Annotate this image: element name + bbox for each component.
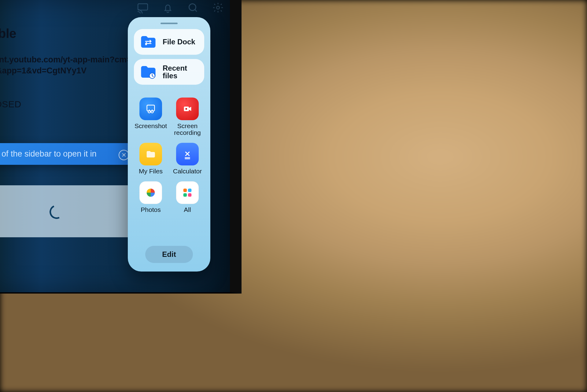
svg-point-1 (189, 4, 196, 10)
spinner-icon (48, 203, 66, 221)
cell-label: Photos (141, 206, 161, 213)
sidebar-grid: Screenshot Screen recording My Files (134, 98, 204, 213)
drag-handle[interactable] (161, 23, 178, 24)
svg-rect-10 (183, 189, 187, 192)
screenshot-icon (139, 98, 162, 120)
cell-label: Screenshot (135, 123, 167, 129)
edit-button[interactable]: Edit (145, 246, 193, 263)
cell-screenshot[interactable]: Screenshot (134, 98, 168, 136)
svg-point-9 (185, 108, 187, 110)
tile-label: Recent files (163, 64, 199, 80)
close-icon[interactable]: ✕ (119, 150, 129, 160)
cell-all[interactable]: All (171, 181, 204, 213)
svg-point-6 (148, 111, 150, 113)
cell-photos[interactable]: Photos (134, 181, 168, 213)
svg-rect-12 (183, 193, 187, 197)
hint-text: out of the sidebar to open it in (0, 149, 97, 158)
cell-calculator[interactable]: Calculator (171, 143, 204, 175)
svg-rect-0 (138, 4, 148, 10)
camcorder-icon (176, 98, 199, 120)
cell-label: Calculator (173, 168, 202, 175)
search-icon[interactable] (187, 2, 199, 15)
status-bar (137, 2, 224, 15)
calculator-icon (176, 143, 199, 165)
folder-swap-icon (139, 34, 157, 50)
svg-point-7 (151, 111, 153, 113)
cell-my-files[interactable]: My Files (134, 143, 168, 175)
svg-rect-5 (147, 105, 155, 111)
pinwheel-icon (139, 181, 162, 204)
cast-icon[interactable] (137, 2, 149, 15)
sidebar: File Dock Recent files (128, 17, 210, 272)
svg-rect-11 (188, 189, 191, 192)
folder-icon (139, 143, 162, 165)
tablet-screen: available s://consent.youtube.com/yt-app… (0, 0, 242, 294)
cell-label: My Files (139, 168, 163, 175)
svg-rect-13 (188, 193, 191, 197)
tile-label: File Dock (163, 38, 195, 46)
tile-recent-files[interactable]: Recent files (134, 59, 204, 85)
tile-file-dock[interactable]: File Dock (134, 29, 204, 55)
cell-screen-recording[interactable]: Screen recording (171, 98, 204, 136)
loading-card (0, 185, 138, 237)
bell-icon[interactable] (162, 2, 174, 15)
apps-grid-icon (176, 181, 199, 204)
cell-label: Screen recording (171, 123, 204, 136)
settings-icon[interactable] (212, 2, 224, 15)
svg-point-2 (216, 6, 220, 9)
folder-clock-icon (139, 64, 157, 80)
cell-label: All (184, 206, 191, 213)
hint-tooltip: out of the sidebar to open it in ✕ (0, 143, 135, 165)
